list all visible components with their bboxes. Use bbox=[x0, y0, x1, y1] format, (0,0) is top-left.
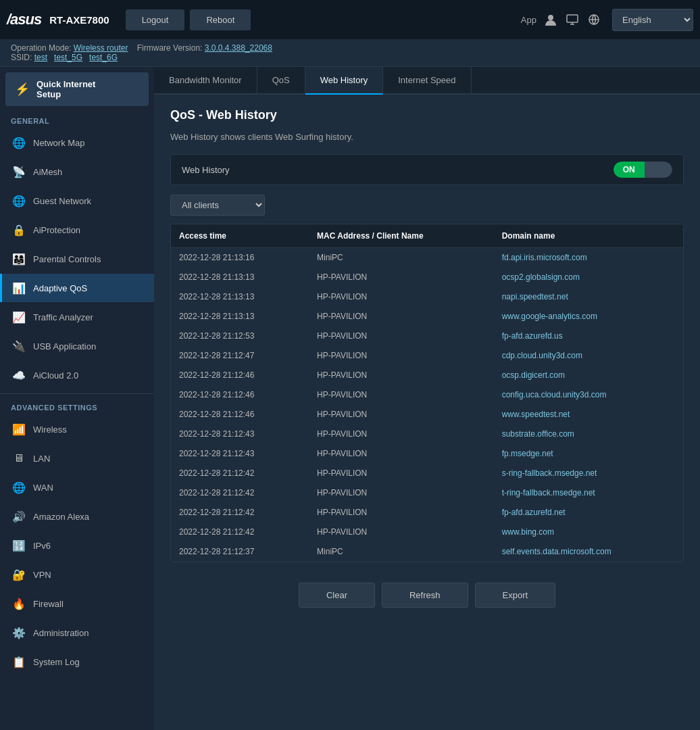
user-icon[interactable] bbox=[543, 12, 558, 27]
tab-bandwidth-monitor[interactable]: Bandwidth Monitor bbox=[154, 67, 257, 93]
top-icons: App bbox=[521, 12, 601, 27]
sidebar-label-firewall: Firewall bbox=[33, 599, 64, 609]
sidebar-item-aicloud[interactable]: ☁️ AiCloud 2.0 bbox=[0, 361, 154, 389]
table-row: 2022-12-28 21:12:43 HP-PAVILION substrat… bbox=[171, 424, 683, 444]
administration-icon: ⚙️ bbox=[11, 625, 26, 640]
monitor-icon[interactable] bbox=[565, 12, 580, 27]
sidebar-item-usb-application[interactable]: 🔌 USB Application bbox=[0, 332, 154, 360]
cell-client: MiniPC bbox=[309, 542, 494, 562]
language-select[interactable]: English bbox=[612, 9, 693, 31]
ssid-5g[interactable]: test_5G bbox=[54, 53, 82, 62]
col-mac-client: MAC Address / Client Name bbox=[309, 224, 494, 248]
table-row: 2022-12-28 21:12:46 HP-PAVILION config.u… bbox=[171, 385, 683, 405]
reboot-button[interactable]: Reboot bbox=[190, 9, 251, 30]
sidebar-item-system-log[interactable]: 📋 System Log bbox=[0, 648, 154, 676]
sidebar-item-vpn[interactable]: 🔐 VPN bbox=[0, 560, 154, 589]
sidebar-item-traffic-analyzer[interactable]: 📈 Traffic Analyzer bbox=[0, 303, 154, 331]
traffic-analyzer-icon: 📈 bbox=[11, 310, 26, 324]
sidebar-item-aimesh[interactable]: 📡 AiMesh bbox=[0, 157, 154, 186]
cell-time: 2022-12-28 21:12:37 bbox=[171, 542, 309, 562]
sidebar-item-wireless[interactable]: 📶 Wireless bbox=[0, 415, 154, 443]
toggle-on-label: ON bbox=[614, 162, 645, 178]
cell-client: HP-PAVILION bbox=[309, 522, 494, 542]
cell-domain: www.google-analytics.com bbox=[494, 307, 683, 326]
cell-client: HP-PAVILION bbox=[309, 405, 494, 424]
tab-qos[interactable]: QoS bbox=[257, 67, 305, 93]
table-row: 2022-12-28 21:12:46 HP-PAVILION www.spee… bbox=[171, 405, 683, 424]
sidebar-item-wan[interactable]: 🌐 WAN bbox=[0, 473, 154, 502]
sidebar-label-adaptive-qos: Adaptive QoS bbox=[33, 283, 87, 293]
cell-domain: fp.msedge.net bbox=[494, 444, 683, 464]
firmware-label: Firmware Version: bbox=[137, 43, 203, 53]
quick-internet-setup[interactable]: ⚡ Quick InternetSetup bbox=[5, 72, 149, 106]
ssid-6g[interactable]: test_6G bbox=[89, 53, 118, 62]
ssid-2g[interactable]: test bbox=[34, 53, 47, 62]
web-history-toggle[interactable]: ON bbox=[614, 162, 672, 178]
firewall-icon: 🔥 bbox=[11, 596, 26, 611]
client-dropdown[interactable]: All clients bbox=[170, 195, 265, 216]
sidebar-item-firewall[interactable]: 🔥 Firewall bbox=[0, 589, 154, 618]
cell-time: 2022-12-28 21:12:46 bbox=[171, 405, 309, 424]
sidebar-label-usb-application: USB Application bbox=[33, 341, 96, 351]
sidebar-item-lan[interactable]: 🖥 LAN bbox=[0, 444, 154, 472]
table-row: 2022-12-28 21:12:47 HP-PAVILION cdp.clou… bbox=[171, 346, 683, 366]
sidebar-divider bbox=[0, 393, 154, 394]
sidebar-item-administration[interactable]: ⚙️ Administration bbox=[0, 618, 154, 647]
cell-time: 2022-12-28 21:12:42 bbox=[171, 503, 309, 522]
usb-application-icon: 🔌 bbox=[11, 339, 26, 354]
cell-time: 2022-12-28 21:13:13 bbox=[171, 268, 309, 287]
network-map-icon: 🌐 bbox=[11, 135, 26, 150]
tab-web-history[interactable]: Web History bbox=[305, 67, 384, 95]
general-section-label: General bbox=[0, 112, 154, 128]
sidebar-label-administration: Administration bbox=[33, 628, 89, 638]
ssid-label: SSID: bbox=[11, 53, 32, 62]
cell-client: HP-PAVILION bbox=[309, 326, 494, 346]
tab-internet-speed[interactable]: Internet Speed bbox=[383, 67, 471, 93]
cell-client: HP-PAVILION bbox=[309, 483, 494, 503]
export-button[interactable]: Export bbox=[475, 583, 556, 608]
network-icon[interactable] bbox=[586, 12, 601, 27]
aicloud-icon: ☁️ bbox=[11, 368, 26, 383]
cell-time: 2022-12-28 21:13:13 bbox=[171, 307, 309, 326]
cell-domain: self.events.data.microsoft.com bbox=[494, 542, 683, 562]
sidebar-item-parental-controls[interactable]: 👨‍👩‍👧 Parental Controls bbox=[0, 245, 154, 273]
sidebar-item-guest-network[interactable]: 🌐 Guest Network bbox=[0, 187, 154, 215]
sidebar-item-amazon-alexa[interactable]: 🔊 Amazon Alexa bbox=[0, 502, 154, 531]
lan-icon: 🖥 bbox=[11, 451, 26, 466]
aiprotection-icon: 🔒 bbox=[11, 222, 26, 237]
page-description: Web History shows clients Web Surfing hi… bbox=[170, 132, 684, 142]
quick-setup-label: Quick InternetSetup bbox=[36, 79, 95, 99]
cell-domain: t-ring-fallback.msedge.net bbox=[494, 483, 683, 503]
quick-setup-icon: ⚡ bbox=[15, 82, 30, 97]
sidebar-label-amazon-alexa: Amazon Alexa bbox=[33, 512, 89, 522]
sidebar-label-aimesh: AiMesh bbox=[33, 167, 62, 177]
cell-client: HP-PAVILION bbox=[309, 268, 494, 287]
model-name: RT-AXE7800 bbox=[49, 14, 109, 26]
cell-time: 2022-12-28 21:13:16 bbox=[171, 248, 309, 268]
advanced-section-label: Advanced Settings bbox=[0, 398, 154, 414]
sidebar-item-ipv6[interactable]: 🔢 IPv6 bbox=[0, 531, 154, 560]
cell-domain: substrate.office.com bbox=[494, 424, 683, 444]
history-table: Access time MAC Address / Client Name Do… bbox=[171, 224, 683, 562]
app-label: App bbox=[521, 15, 536, 25]
sidebar-label-parental-controls: Parental Controls bbox=[33, 254, 101, 264]
cell-client: HP-PAVILION bbox=[309, 424, 494, 444]
clear-button[interactable]: Clear bbox=[299, 583, 375, 608]
logout-button[interactable]: Logout bbox=[126, 9, 185, 30]
sidebar-item-aiprotection[interactable]: 🔒 AiProtection bbox=[0, 216, 154, 244]
layout: ⚡ Quick InternetSetup General 🌐 Network … bbox=[0, 67, 700, 730]
firmware-value[interactable]: 3.0.0.4.388_22068 bbox=[205, 43, 272, 53]
table-header-row: Access time MAC Address / Client Name Do… bbox=[171, 224, 683, 248]
cell-time: 2022-12-28 21:12:46 bbox=[171, 366, 309, 385]
refresh-button[interactable]: Refresh bbox=[382, 583, 468, 608]
sidebar-item-network-map[interactable]: 🌐 Network Map bbox=[0, 128, 154, 157]
sidebar-label-wan: WAN bbox=[33, 483, 53, 493]
sidebar-item-adaptive-qos[interactable]: 📊 Adaptive QoS bbox=[0, 274, 154, 302]
operation-mode-value[interactable]: Wireless router bbox=[74, 43, 128, 53]
page-body: QoS - Web History Web History shows clie… bbox=[154, 95, 700, 635]
cell-domain: s-ring-fallback.msedge.net bbox=[494, 464, 683, 483]
cell-client: HP-PAVILION bbox=[309, 366, 494, 385]
guest-network-icon: 🌐 bbox=[11, 193, 26, 208]
cell-time: 2022-12-28 21:12:42 bbox=[171, 522, 309, 542]
svg-rect-1 bbox=[567, 15, 578, 22]
